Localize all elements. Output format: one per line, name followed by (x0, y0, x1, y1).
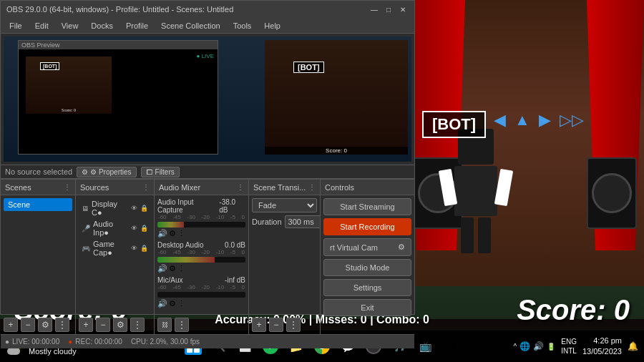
audio-mic-label-row: Mic/Aux -inf dB (157, 276, 245, 284)
source-game-lock[interactable]: 🔒 (140, 245, 148, 252)
scene-transitions-title: Scene Transi... (253, 183, 306, 192)
audio-input-label: Audio Input Capture (157, 198, 219, 214)
nav-arrow-left[interactable]: ◀ (494, 111, 506, 129)
sources-panel-menu-icon[interactable]: ⋮ (142, 183, 150, 191)
source-item-audio[interactable]: 🎤 Audio Inp● 👁 🔒 (79, 218, 151, 238)
battery-icon[interactable]: 🔋 (547, 343, 555, 351)
menu-docks[interactable]: Docks (85, 20, 119, 31)
source-audio-lock[interactable]: 🔒 (140, 225, 148, 232)
transition-type-select[interactable]: Fade Cut Swipe Slide (252, 198, 317, 212)
audio-mixer-header: Audio Mixer ⋮ (155, 180, 248, 195)
controls-panel-content: Start Streaming Start Recording rt Virtu… (321, 195, 414, 334)
controls-panel: Controls Start Streaming Start Recording… (321, 180, 414, 334)
tray-chevron[interactable]: ^ (514, 343, 517, 351)
maximize-button[interactable]: □ (383, 4, 394, 15)
scene-item-scene[interactable]: Scene (4, 198, 72, 211)
game-character (444, 129, 508, 258)
audio-mixer-link-button[interactable]: ⛓ (157, 318, 172, 332)
obs-titlebar: OBS 29.0.0 (64-bit, windows) - Profile: … (1, 1, 414, 18)
source-display-lock[interactable]: 🔒 (140, 205, 148, 212)
properties-button[interactable]: ⚙ ⚙ Properties (77, 167, 136, 177)
nav-arrow-up[interactable]: ▲ (514, 111, 530, 129)
source-item-game[interactable]: 🎮 Game Cap● 👁 🔒 (79, 238, 151, 258)
audio-mic-settings-icon[interactable]: ⚙ (169, 299, 176, 308)
volume-icon[interactable]: 🔊 (533, 341, 544, 351)
audio-desktop-settings-icon[interactable]: ⚙ (169, 264, 176, 273)
minimize-button[interactable]: — (369, 4, 380, 15)
scenes-filter-button[interactable]: ⚙ (38, 318, 52, 332)
scenes-panel-menu-icon[interactable]: ⋮ (64, 183, 71, 191)
transition-more-button[interactable]: ⋮ (286, 318, 301, 332)
source-item-display[interactable]: 🖥 Display C● 👁 🔒 (79, 198, 151, 218)
audio-input-settings-icon[interactable]: ⚙ (169, 229, 176, 238)
menu-tools[interactable]: Tools (228, 20, 258, 31)
close-button[interactable]: ✕ (397, 4, 409, 15)
audio-desktop-db: 0.0 dB (225, 241, 245, 249)
menu-file[interactable]: File (4, 20, 28, 31)
menu-help[interactable]: Help (258, 20, 286, 31)
audio-mic-more-icon[interactable]: ⋮ (177, 299, 185, 308)
duration-input[interactable] (285, 215, 320, 228)
nav-arrow-far-right[interactable]: ▷▷ (560, 111, 584, 129)
microphone-icon: 🎤 (82, 225, 90, 233)
menu-scene-collection[interactable]: Scene Collection (155, 20, 226, 31)
audio-mic-icons: 🔊 ⚙ ⋮ (157, 299, 245, 308)
transition-add-button[interactable]: + (252, 318, 266, 332)
audio-desktop-label-row: Desktop Audio 0.0 dB (157, 241, 245, 249)
studio-mode-button[interactable]: Studio Mode (323, 259, 411, 276)
menu-view[interactable]: View (56, 20, 84, 31)
source-game-eye[interactable]: 👁 (131, 245, 137, 252)
scenes-add-button[interactable]: + (4, 318, 18, 332)
app-icon-extra2[interactable]: 📺 (414, 335, 436, 358)
menu-edit[interactable]: Edit (29, 20, 54, 31)
status-cpu: CPU: 2.0%, 30.00 fps (131, 338, 200, 346)
gamepad-icon: 🎮 (82, 245, 90, 253)
network-icon[interactable]: 🌐 (519, 341, 530, 351)
settings-button[interactable]: Settings (323, 279, 411, 296)
sources-filter-button[interactable]: ⚙ (113, 318, 127, 332)
sources-more-button[interactable]: ⋮ (130, 318, 145, 332)
virtual-cam-button[interactable]: rt Virtual Cam ⚙ (323, 238, 411, 256)
source-audio-label: Audio Inp● (93, 220, 128, 237)
scene-transitions-header: Scene Transi... ⋮ (249, 180, 320, 195)
cloud-icon (7, 348, 20, 355)
nav-arrow-right[interactable]: ▶ (539, 111, 551, 129)
audio-mixer-more-button[interactable]: ⋮ (175, 318, 189, 332)
notification-button[interactable]: 🔔 (628, 341, 638, 351)
filter-icon: ⧠ (146, 168, 153, 176)
gear-icon: ⚙ (82, 168, 88, 176)
audio-mixer-menu-icon[interactable]: ⋮ (237, 183, 244, 191)
audio-mic-label: Mic/Aux (157, 276, 183, 284)
source-audio-eye[interactable]: 👁 (131, 225, 137, 232)
settings-taskbar-icon[interactable]: ⚙ (439, 335, 462, 358)
scenes-remove-button[interactable]: − (21, 318, 35, 332)
audio-mic-bar (157, 292, 245, 298)
audio-item-desktop: Desktop Audio 0.0 dB -60-45-30-20-10-50 … (157, 241, 245, 273)
audio-mic-vol-icon[interactable]: 🔊 (157, 299, 167, 308)
menu-profile[interactable]: Profile (120, 20, 154, 31)
clock[interactable]: 4:26 pm 13/05/2023 (582, 336, 622, 358)
scenes-more-button[interactable]: ⋮ (55, 318, 69, 332)
no-source-text: No source selected (5, 167, 72, 176)
transition-remove-button[interactable]: − (269, 318, 283, 332)
sources-remove-button[interactable]: − (96, 318, 110, 332)
sources-add-button[interactable]: + (79, 318, 93, 332)
no-source-bar: No source selected ⚙ ⚙ Properties ⧠ Filt… (1, 165, 414, 179)
scene-transitions-panel: Scene Transi... ⋮ Fade Cut Swipe Slide D… (249, 180, 321, 334)
source-display-eye[interactable]: 👁 (131, 205, 137, 212)
lang-code: ENG (561, 337, 577, 346)
filters-button[interactable]: ⧠ Filters (141, 167, 180, 177)
audio-desktop-vol-icon[interactable]: 🔊 (157, 264, 167, 273)
transition-footer: + − ⋮ (249, 314, 320, 334)
audio-input-more-icon[interactable]: ⋮ (177, 229, 185, 238)
language-indicator[interactable]: ENG INTL (561, 337, 577, 356)
virtual-cam-settings-icon[interactable]: ⚙ (398, 243, 405, 252)
exit-button[interactable]: Exit (323, 299, 411, 316)
audio-desktop-more-icon[interactable]: ⋮ (177, 264, 185, 273)
obs-preview: OBS Preview [BOT] Score: 0 ● LIVE [BOT] … (4, 36, 411, 162)
scene-transitions-menu-icon[interactable]: ⋮ (308, 183, 316, 191)
preview-inner: OBS Preview [BOT] Score: 0 ● LIVE [BOT] … (4, 36, 411, 162)
audio-input-vol-icon[interactable]: 🔊 (157, 229, 167, 238)
start-recording-button[interactable]: Start Recording (323, 218, 411, 235)
start-streaming-button[interactable]: Start Streaming (323, 198, 411, 215)
